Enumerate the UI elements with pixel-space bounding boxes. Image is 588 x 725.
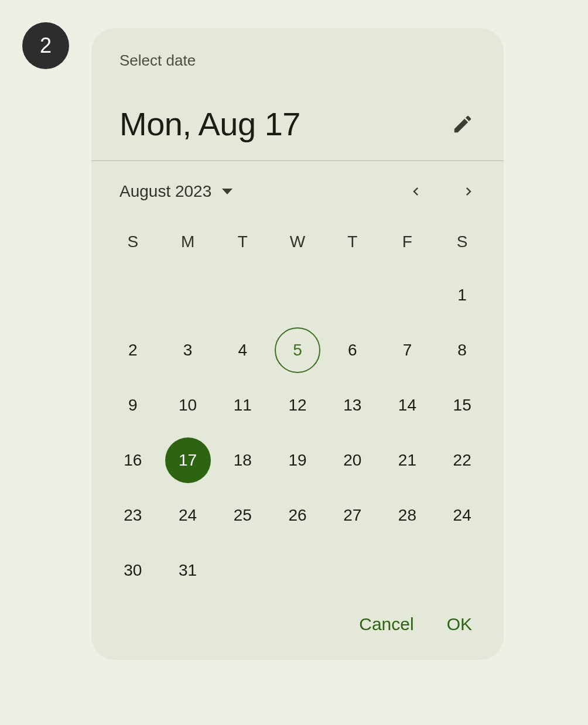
ok-button[interactable]: OK [447,614,472,634]
day-cell: 17 [160,437,216,483]
calendar-day[interactable]: 23 [110,493,156,538]
day-cell: 11 [215,382,270,428]
day-cell: 13 [325,382,380,428]
weekday-label: F [380,223,435,261]
step-badge: 2 [22,22,69,69]
calendar-day[interactable]: 22 [439,437,485,483]
weekday-label: W [270,223,325,261]
day-cell: 31 [160,548,216,593]
day-cell [160,272,216,318]
day-cell: 2 [105,327,160,373]
cancel-button[interactable]: Cancel [359,614,413,634]
day-cell [215,548,270,593]
dialog-actions: Cancel OK [91,599,504,660]
calendar-day[interactable]: 28 [384,493,430,538]
calendar-day[interactable]: 8 [439,327,485,373]
date-picker-header: Select date Mon, Aug 17 [91,28,504,160]
day-cell: 7 [380,327,435,373]
day-cell: 19 [270,437,325,483]
calendar-day[interactable]: 20 [330,437,375,483]
weekday-label: M [160,223,216,261]
day-cell: 24 [160,493,216,538]
chevron-down-icon [222,189,233,194]
edit-icon[interactable] [450,111,476,137]
day-cell: 10 [160,382,216,428]
day-cell: 30 [105,548,160,593]
day-cell [435,548,490,593]
day-cell [380,272,435,318]
calendar-grid: SMTWTFS 12345678910111213141516171819202… [91,216,504,599]
day-cell: 1 [435,272,490,318]
month-navigation: August 2023 [91,161,504,216]
day-cell: 16 [105,437,160,483]
day-cell: 14 [380,382,435,428]
header-date-row: Mon, Aug 17 [119,105,476,143]
previous-month-button[interactable] [402,177,430,206]
calendar-day[interactable]: 5 [275,327,320,373]
day-cell [270,272,325,318]
day-cell: 3 [160,327,216,373]
day-cell [325,272,380,318]
calendar-day[interactable]: 13 [330,382,375,428]
calendar-day[interactable]: 19 [275,437,320,483]
calendar-day[interactable]: 11 [220,382,265,428]
month-selector[interactable]: August 2023 [119,182,233,201]
calendar-day[interactable]: 25 [220,493,265,538]
calendar-day[interactable]: 14 [384,382,430,428]
calendar-day[interactable]: 15 [439,382,485,428]
day-cell: 28 [380,493,435,538]
calendar-day[interactable]: 4 [220,327,265,373]
calendar-day[interactable]: 16 [110,437,156,483]
date-picker-dialog: Select date Mon, Aug 17 August 2023 [91,28,504,660]
calendar-day[interactable]: 1 [439,272,485,318]
day-cell: 18 [215,437,270,483]
day-cell: 27 [325,493,380,538]
day-cell: 5 [270,327,325,373]
calendar-day[interactable]: 7 [384,327,430,373]
nav-arrows [402,177,483,206]
weekday-label: S [105,223,160,261]
day-cell: 20 [325,437,380,483]
calendar-day[interactable]: 24 [439,493,485,538]
day-cell: 12 [270,382,325,428]
calendar-day[interactable]: 2 [110,327,156,373]
calendar-day[interactable]: 3 [165,327,211,373]
day-cell: 15 [435,382,490,428]
selected-date-label: Mon, Aug 17 [119,105,300,143]
chevron-right-icon [460,183,477,200]
day-cell: 25 [215,493,270,538]
day-cell [105,272,160,318]
calendar-day[interactable]: 21 [384,437,430,483]
weekday-header-row: SMTWTFS [105,223,490,261]
calendar-day[interactable]: 31 [165,548,211,593]
day-cell: 24 [435,493,490,538]
day-cell: 22 [435,437,490,483]
calendar-day[interactable]: 26 [275,493,320,538]
day-cell [270,548,325,593]
calendar-day[interactable]: 24 [165,493,211,538]
day-cell [325,548,380,593]
next-month-button[interactable] [454,177,483,206]
header-title: Select date [119,52,476,70]
calendar-day[interactable]: 10 [165,382,211,428]
day-cell: 6 [325,327,380,373]
calendar-day[interactable]: 6 [330,327,375,373]
calendar-day[interactable]: 12 [275,382,320,428]
weekday-label: S [435,223,490,261]
calendar-day[interactable]: 27 [330,493,375,538]
day-cell: 23 [105,493,160,538]
calendar-day[interactable]: 9 [110,382,156,428]
day-cell: 8 [435,327,490,373]
day-cell [215,272,270,318]
day-cell: 26 [270,493,325,538]
day-cell [380,548,435,593]
day-cell: 21 [380,437,435,483]
month-label: August 2023 [119,182,211,201]
day-cell: 4 [215,327,270,373]
chevron-left-icon [408,183,424,200]
calendar-day[interactable]: 17 [165,437,211,483]
calendar-day[interactable]: 30 [110,548,156,593]
weekday-label: T [215,223,270,261]
weekday-label: T [325,223,380,261]
calendar-day[interactable]: 18 [220,437,265,483]
